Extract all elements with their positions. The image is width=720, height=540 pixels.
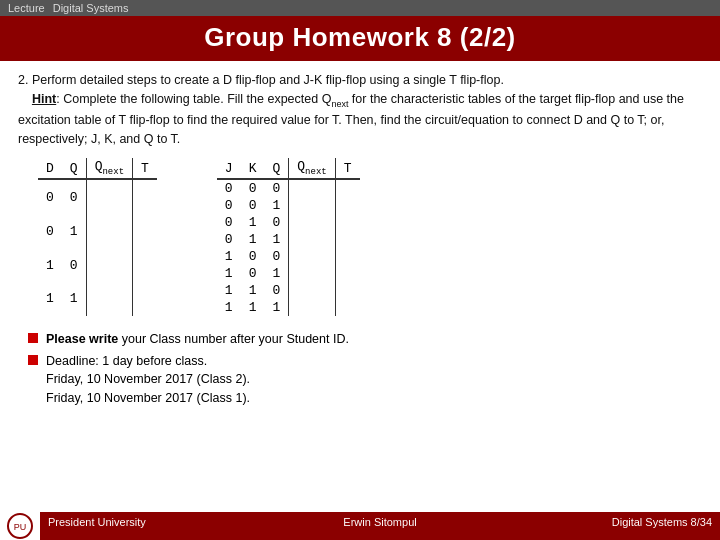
- note1-text: Please write your Class number after you…: [46, 330, 349, 349]
- note4-line: Friday, 10 November 2017 (Class 1).: [46, 389, 250, 408]
- table-d: D Q Qnext T 0 0 0 1: [38, 158, 157, 316]
- hint-text: : Complete the following table. Fill the…: [56, 92, 331, 106]
- col-d: D: [38, 158, 62, 179]
- col-j: J: [217, 158, 241, 179]
- page-title: Group Homework 8 (2/2): [0, 16, 720, 61]
- footer: PU President University Erwin Sitompul D…: [0, 512, 720, 540]
- note-item-1: Please write your Class number after you…: [28, 330, 692, 349]
- note2-line: Deadline: 1 day before class.: [46, 352, 250, 371]
- bullet-icon-1: [28, 333, 38, 343]
- table-jk: J K Q Qnext T 000 001 010: [217, 158, 360, 316]
- top-bar: Lecture Digital Systems: [0, 0, 720, 16]
- col-q: Q: [62, 158, 86, 179]
- col-qnext2: Qnext: [289, 158, 335, 179]
- table-row: 111: [217, 299, 360, 316]
- nav-subject: Digital Systems: [53, 2, 129, 14]
- item2-prefix: 2.: [18, 73, 28, 87]
- svg-text:PU: PU: [14, 522, 27, 532]
- table-row: 1 0: [38, 248, 157, 282]
- notes-section: Please write your Class number after you…: [18, 330, 702, 408]
- table-row: 010: [217, 214, 360, 231]
- table-row: 011: [217, 231, 360, 248]
- table-row: 0 0: [38, 179, 157, 215]
- bullet-icon-2: [28, 355, 38, 365]
- col-q2: Q: [264, 158, 288, 179]
- note3-line: Friday, 10 November 2017 (Class 2).: [46, 370, 250, 389]
- hint-sub: next: [331, 98, 348, 108]
- hint-label: Hint: [32, 92, 56, 106]
- footer-page: Digital Systems 8/34: [493, 512, 720, 540]
- table-row: 1 1: [38, 282, 157, 316]
- note-item-2: Deadline: 1 day before class. Friday, 10…: [28, 352, 692, 408]
- item2-text: Perform detailed steps to create a D fli…: [28, 73, 503, 87]
- note2-block: Deadline: 1 day before class. Friday, 10…: [46, 352, 250, 408]
- col-t2: T: [335, 158, 359, 179]
- table-row: 001: [217, 197, 360, 214]
- footer-university: President University: [40, 512, 267, 540]
- main-content: 2. Perform detailed steps to create a D …: [0, 61, 720, 417]
- nav-lecture: Lecture: [8, 2, 45, 14]
- table-row: 100: [217, 248, 360, 265]
- footer-author: Erwin Sitompul: [267, 512, 494, 540]
- footer-logo: PU: [0, 512, 40, 540]
- table-row: 0 1: [38, 215, 157, 249]
- table-row: 101: [217, 265, 360, 282]
- university-logo-icon: PU: [6, 512, 34, 540]
- tables-area: D Q Qnext T 0 0 0 1: [38, 158, 702, 316]
- col-t: T: [133, 158, 157, 179]
- col-qnext: Qnext: [86, 158, 132, 179]
- col-k: K: [241, 158, 265, 179]
- intro-block: 2. Perform detailed steps to create a D …: [18, 71, 702, 148]
- table-row: 000: [217, 179, 360, 197]
- table-row: 110: [217, 282, 360, 299]
